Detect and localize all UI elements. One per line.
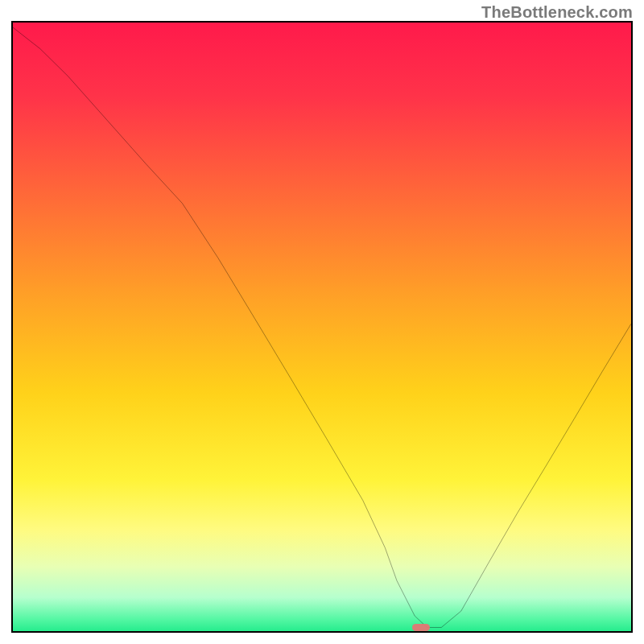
plot-area <box>11 21 633 633</box>
optimal-marker <box>412 624 430 631</box>
bottleneck-chart: TheBottleneck.com <box>0 0 644 644</box>
gradient-background <box>13 23 631 633</box>
watermark-text: TheBottleneck.com <box>481 3 633 22</box>
svg-rect-0 <box>13 23 631 633</box>
